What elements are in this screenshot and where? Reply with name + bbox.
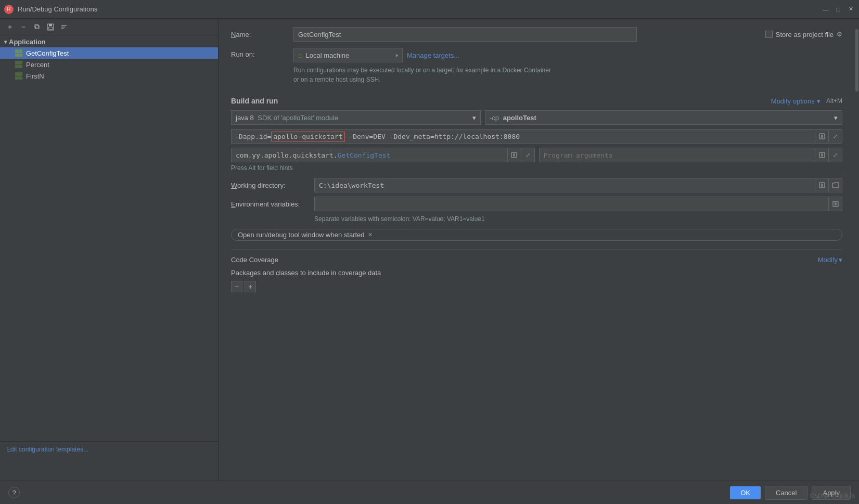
name-label: Name:: [231, 31, 293, 38]
save-config-btn[interactable]: [45, 21, 56, 33]
name-input[interactable]: [293, 27, 637, 42]
minimize-btn[interactable]: —: [822, 5, 830, 14]
sdk-row: java 8 SDK of 'apolloTest' module ▾ -cp …: [231, 110, 842, 125]
scrollbar-thumb[interactable]: [855, 29, 858, 92]
tag-chip-close-btn[interactable]: ✕: [368, 231, 373, 238]
help-btn[interactable]: ?: [8, 487, 20, 498]
alt-hint: Press Alt for field hints: [231, 164, 842, 172]
tag-chip-label: Open run/debug tool window when started: [238, 231, 365, 239]
working-dir-row: Working directory:: [231, 178, 842, 192]
copy-config-btn[interactable]: ⧉: [31, 21, 43, 33]
machine-label: Local machine: [305, 51, 349, 59]
run-on-hint: Run configurations may be executed local…: [293, 66, 554, 84]
run-on-row: Run on: ⌂ Local machine ▾ Manage targets…: [231, 48, 842, 84]
run-on-dropdown[interactable]: ⌂ Local machine ▾: [293, 48, 403, 62]
main-class-package: com.yy.apollo.quickstart.: [236, 151, 338, 159]
store-as-project-checkbox[interactable]: [765, 31, 773, 38]
tag-chip: Open run/debug tool window when started …: [231, 229, 842, 241]
main-class-name: GetConfigTest: [338, 151, 391, 159]
ok-button[interactable]: OK: [730, 486, 761, 499]
modify-label: Modify: [818, 256, 838, 264]
sdk-dropdown[interactable]: java 8 SDK of 'apolloTest' module ▾: [231, 110, 481, 125]
env-vars-row: Environment variables:: [231, 197, 842, 211]
gear-icon[interactable]: ⚙: [837, 31, 842, 38]
remove-config-btn[interactable]: －: [18, 21, 29, 33]
cp-dash: -cp: [490, 114, 499, 122]
code-coverage-section-header: Code Coverage Modify ▾: [231, 249, 842, 266]
cp-dropdown[interactable]: -cp apolloTest ▾: [485, 110, 842, 125]
env-vars-browse-btn[interactable]: [829, 197, 842, 211]
env-hint: Separate variables with semicolon: VAR=v…: [231, 215, 842, 223]
sidebar-item-label-percent: Percent: [26, 61, 49, 69]
prog-args-input[interactable]: [539, 148, 816, 162]
cp-value: apolloTest: [501, 114, 536, 122]
modify-options-link[interactable]: Modify options ▾ Alt+M: [771, 97, 842, 105]
sidebar: ＋ － ⧉ ▾ Application GetConf: [0, 19, 219, 481]
sdk-prefix: java 8: [236, 114, 254, 122]
window-controls: — □ ✕: [822, 5, 855, 14]
edit-templates-link[interactable]: Edit configuration templates...: [0, 441, 219, 457]
cancel-button[interactable]: Cancel: [765, 486, 807, 500]
vm-args-browse-btn[interactable]: [815, 129, 829, 144]
modify-caret: ▾: [839, 256, 842, 264]
working-dir-browse-btn[interactable]: [815, 178, 829, 192]
sidebar-item-percent[interactable]: Percent: [0, 59, 218, 70]
packages-label: Packages and classes to include in cover…: [231, 269, 842, 277]
window-title: Run/Debug Configurations: [18, 5, 822, 13]
sidebar-item-getconfigtest[interactable]: GetConfigTest: [0, 47, 218, 59]
prog-args-expand2-btn[interactable]: ⤢: [829, 148, 842, 162]
config-icon: [15, 49, 23, 57]
section-title: Build and run: [231, 97, 278, 105]
build-and-run-section-header: Build and run Modify options ▾ Alt+M: [231, 97, 842, 105]
env-vars-input[interactable]: [314, 197, 829, 211]
add-config-btn[interactable]: ＋: [4, 21, 16, 33]
sidebar-item-label: GetConfigTest: [26, 49, 69, 57]
code-coverage-title: Code Coverage: [231, 256, 278, 264]
remove-package-btn[interactable]: −: [231, 281, 242, 292]
add-package-btn[interactable]: +: [245, 281, 256, 292]
sort-config-btn[interactable]: [58, 21, 70, 33]
prog-args-browse-btn[interactable]: [815, 148, 829, 162]
vm-highlighted-value: apollo-quickstart: [271, 132, 344, 141]
app-icon: R: [4, 5, 14, 14]
maximize-btn[interactable]: □: [834, 5, 842, 14]
sdk-suffix: SDK of 'apolloTest' module: [256, 114, 338, 122]
vm-prefix: -Dapp.id=: [235, 133, 271, 140]
vm-args-row: -Dapp.id=apollo-quickstart -Denv=DEV -Dd…: [231, 129, 842, 144]
sidebar-item-firstn[interactable]: FirstN: [0, 70, 218, 82]
sidebar-group-header[interactable]: ▾ Application: [0, 36, 218, 47]
modify-options-caret: ▾: [817, 97, 820, 105]
svg-rect-1: [49, 24, 52, 26]
env-vars-label: Environment variables:: [231, 200, 314, 208]
vm-args-expand-btn[interactable]: ⤢: [829, 129, 842, 144]
name-row: Name: Store as project file ⚙: [231, 27, 842, 42]
dropdown-caret: ▾: [395, 53, 398, 58]
sidebar-group-label: Application: [9, 38, 46, 46]
vm-suffix: -Denv=DEV -Ddev_meta=http://localhost:80…: [345, 133, 520, 140]
manage-targets-link[interactable]: Manage targets...: [407, 51, 459, 59]
main-class-browse-btn[interactable]: [508, 148, 521, 162]
chevron-down-icon: ▾: [4, 39, 7, 45]
shortcut-text: Alt+M: [826, 97, 842, 105]
scrollbar-track[interactable]: [855, 19, 859, 481]
config-icon-2: [15, 60, 23, 69]
vm-args-field[interactable]: -Dapp.id=apollo-quickstart -Denv=DEV -Dd…: [231, 129, 815, 144]
bottom-bar: ? OK Cancel Apply: [0, 481, 859, 504]
working-dir-folder-btn[interactable]: [829, 178, 842, 192]
prog-args-expand-btn[interactable]: ⤢: [521, 148, 535, 162]
watermark: CSDN程序猿蒸鸡: [810, 492, 855, 500]
title-bar: R Run/Debug Configurations — □ ✕: [0, 0, 859, 19]
main-class-field[interactable]: com.yy.apollo.quickstart.GetConfigTest: [231, 148, 508, 162]
working-dir-input[interactable]: [314, 178, 815, 192]
code-coverage-modify-link[interactable]: Modify ▾: [818, 256, 842, 264]
config-icon-3: [15, 72, 23, 80]
add-remove-row: − +: [231, 281, 842, 292]
svg-rect-2: [48, 27, 53, 30]
main-class-row: com.yy.apollo.quickstart.GetConfigTest ⤢…: [231, 148, 842, 162]
main-content: ＋ － ⧉ ▾ Application GetConf: [0, 19, 859, 481]
modify-options-label: Modify options: [771, 97, 815, 105]
shortcut-hint: [823, 97, 824, 105]
bottom-left: ?: [8, 487, 20, 498]
store-as-project-label: Store as project file: [776, 31, 834, 38]
close-btn[interactable]: ✕: [847, 5, 855, 14]
